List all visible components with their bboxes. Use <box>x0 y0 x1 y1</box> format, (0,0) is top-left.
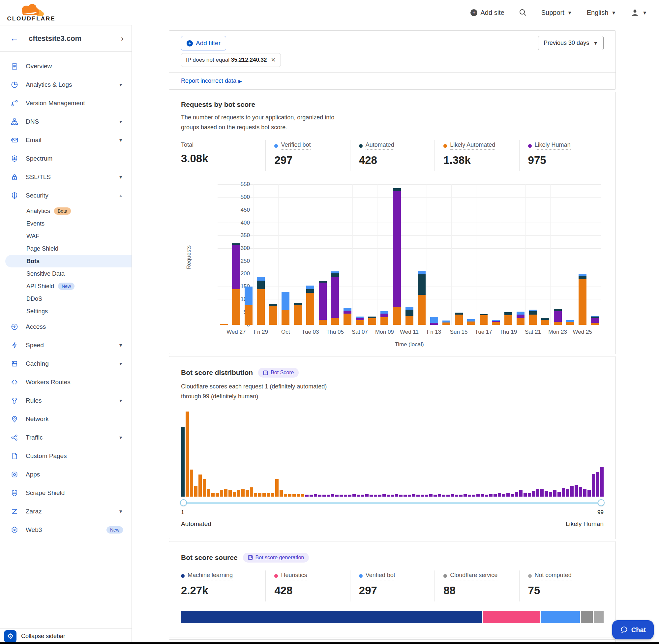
stacked-bar[interactable] <box>244 286 253 325</box>
stacked-bar[interactable] <box>554 309 562 325</box>
sidebar-item-speed[interactable]: Speed▼ <box>0 336 132 354</box>
stat-likely-automated: Likely Automated1.38k <box>434 140 519 171</box>
remove-filter-icon[interactable]: ✕ <box>270 56 276 64</box>
stacked-bar[interactable] <box>294 303 302 325</box>
stat-value: 975 <box>528 154 604 166</box>
sidebar-item-overview[interactable]: Overview <box>0 57 132 75</box>
stacked-bar[interactable] <box>257 277 265 325</box>
stacked-bar[interactable] <box>282 292 289 325</box>
histogram-bar-score-58 <box>425 495 428 497</box>
sidebar-item-rules[interactable]: Rules▼ <box>0 391 132 410</box>
add-filter-button[interactable]: + Add filter <box>181 36 226 50</box>
sidebar-item-email[interactable]: Email▼ <box>0 131 132 150</box>
stacked-bar[interactable] <box>430 317 438 325</box>
sidebar-subitem-sensitive-data[interactable]: Sensitive Data <box>0 268 132 280</box>
stat-label: Likely Human <box>535 141 571 150</box>
stacked-bar[interactable] <box>541 318 549 325</box>
stacked-bar[interactable] <box>566 320 574 325</box>
histogram-bar-score-56 <box>416 495 420 497</box>
sidebar-item-apps[interactable]: Apps <box>0 465 132 484</box>
sidebar-item-spectrum[interactable]: Spectrum <box>0 150 132 168</box>
sidebar-subitem-events[interactable]: Events <box>0 217 132 230</box>
requests-bar-chart[interactable]: Requests Time (local) Wed 27Fri 29OctTue… <box>181 182 604 347</box>
stacked-bar[interactable] <box>232 243 240 325</box>
settings-gear-button[interactable]: ⚙ <box>4 630 17 643</box>
sidebar-item-workers-routes[interactable]: Workers Routes <box>0 373 132 391</box>
sidebar-subitem-bots[interactable]: Bots <box>5 255 132 268</box>
stacked-bar[interactable] <box>591 316 599 325</box>
sidebar-item-caching[interactable]: Caching▼ <box>0 354 132 373</box>
stacked-bar[interactable] <box>380 311 389 325</box>
stat-value: 297 <box>359 584 434 597</box>
language-menu[interactable]: English ▼ <box>587 9 616 17</box>
slider-handle-max[interactable] <box>598 499 605 506</box>
stacked-bar[interactable] <box>467 319 475 325</box>
stacked-bar[interactable] <box>220 324 228 325</box>
stat-value: 297 <box>274 154 350 166</box>
sidebar-item-version-management[interactable]: Version Management <box>0 94 132 112</box>
stacked-bar[interactable] <box>319 281 327 325</box>
sidebar-subitem-api-shield[interactable]: API ShieldNew <box>0 280 132 293</box>
stacked-bar[interactable] <box>356 317 363 325</box>
support-menu[interactable]: Support ▼ <box>541 9 572 17</box>
sidebar-item-zaraz[interactable]: Zaraz▼ <box>0 502 132 521</box>
slider-track[interactable] <box>181 502 604 504</box>
stacked-bar[interactable] <box>442 321 450 325</box>
stacked-bar[interactable] <box>579 274 587 325</box>
site-switcher-chevron-icon[interactable]: › <box>121 34 124 43</box>
histogram-bar-score-70 <box>476 494 480 497</box>
stacked-bar[interactable] <box>418 271 426 325</box>
back-arrow-icon[interactable]: ← <box>10 33 19 44</box>
account-menu[interactable]: ▼ <box>631 8 647 17</box>
stacked-bar[interactable] <box>405 307 414 325</box>
stacked-bar[interactable] <box>368 317 376 325</box>
collapse-sidebar-button[interactable]: Collapse sidebar <box>21 633 65 640</box>
stacked-bar[interactable] <box>331 271 339 325</box>
sidebar-item-dns[interactable]: DNS▼ <box>0 112 132 131</box>
stat-verified-bot: Verified bot297 <box>265 140 350 171</box>
sidebar-subitem-settings[interactable]: Settings <box>0 305 132 318</box>
bot-score-docs-badge[interactable]: Bot Score <box>258 368 299 377</box>
stacked-bar[interactable] <box>517 312 524 325</box>
sidebar-item-analytics-logs[interactable]: Analytics & Logs▼ <box>0 75 132 94</box>
stacked-bar[interactable] <box>492 320 500 325</box>
chat-button[interactable]: Chat <box>612 620 654 639</box>
sidebar-item-ssl-tls[interactable]: SSL/TLS▼ <box>0 168 132 186</box>
sidebar-item-network[interactable]: Network <box>0 410 132 428</box>
bot-score-generation-docs-badge[interactable]: Bot score generation <box>243 553 309 562</box>
stacked-bar[interactable] <box>306 285 314 325</box>
search-button[interactable] <box>519 8 527 17</box>
histogram-bar-score-40 <box>348 495 351 497</box>
histogram-bar-score-8 <box>211 493 215 496</box>
sidebar-item-security[interactable]: Security▲ <box>0 186 132 205</box>
sidebar-subitem-waf[interactable]: WAF <box>0 230 132 243</box>
sidebar-item-scrape-shield[interactable]: Scrape Shield <box>0 484 132 502</box>
cloudflare-logo[interactable]: CLOUDFLARE <box>6 3 56 22</box>
histogram-bar-score-82 <box>528 493 531 496</box>
bot-score-histogram[interactable] <box>181 412 604 497</box>
sidebar-subitem-ddos[interactable]: DDoS <box>0 293 132 305</box>
histogram-bar-score-75 <box>498 493 501 496</box>
sidebar-item-web3[interactable]: Web3New <box>0 521 132 539</box>
report-incorrect-data-link[interactable]: Report incorrect data▶ <box>181 77 242 84</box>
sidebar-item-custom-pages[interactable]: Custom Pages <box>0 447 132 465</box>
histogram-bar-score-65 <box>455 495 458 497</box>
slider-handle-min[interactable] <box>180 499 187 506</box>
sidebar-item-access[interactable]: Access <box>0 318 132 336</box>
stacked-bar[interactable] <box>269 304 277 325</box>
stacked-bar[interactable] <box>504 312 512 325</box>
sidebar-item-label: Workers Routes <box>26 378 123 386</box>
access-icon <box>10 323 19 331</box>
sidebar-subitem-analytics[interactable]: AnalyticsBeta <box>0 205 132 217</box>
stacked-bar[interactable] <box>393 188 401 325</box>
gridline <box>217 223 601 223</box>
histogram-bar-score-27 <box>292 494 296 497</box>
stacked-bar[interactable] <box>480 314 488 325</box>
date-range-select[interactable]: Previous 30 days ▼ <box>538 36 604 50</box>
stacked-bar[interactable] <box>455 313 463 325</box>
sidebar-item-traffic[interactable]: Traffic▼ <box>0 428 132 447</box>
stacked-bar[interactable] <box>529 309 537 325</box>
sidebar-subitem-page-shield[interactable]: Page Shield <box>0 243 132 255</box>
stacked-bar[interactable] <box>344 308 351 325</box>
add-site-button[interactable]: + Add site <box>470 9 504 17</box>
